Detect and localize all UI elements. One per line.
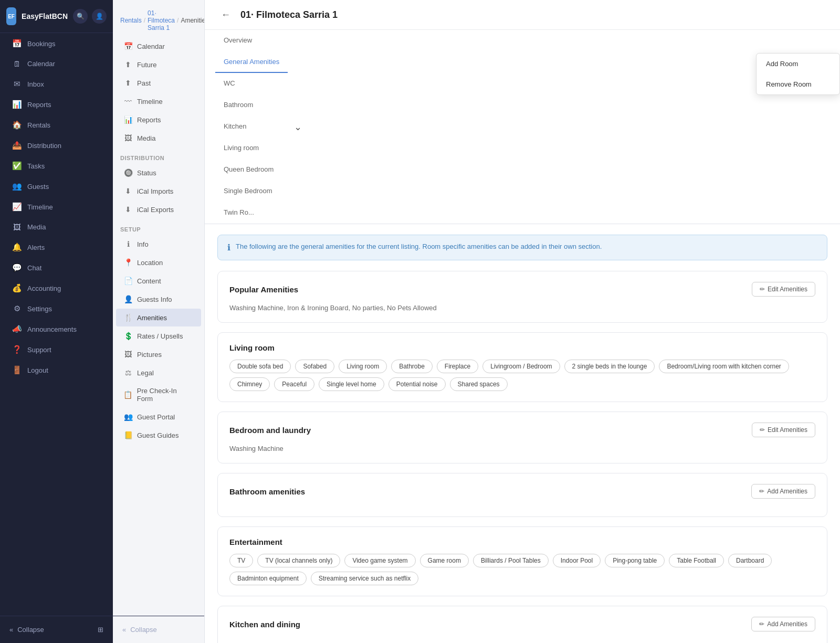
- list-item: Sofabed: [295, 360, 334, 373]
- popular-amenities-title: Popular Amenities: [229, 285, 298, 294]
- tab-overflow-button[interactable]: ⌄: [290, 117, 306, 137]
- tab-living-room[interactable]: Living room: [215, 138, 288, 159]
- sidebar-item-timeline[interactable]: 📈Timeline: [3, 197, 110, 217]
- breadcrumb: Rentals / 01· Filmoteca Sarria 1 / Ameni…: [113, 0, 204, 37]
- alerts-icon: 🔔: [12, 243, 22, 252]
- list-item: Bedroom/Living room with kitchen corner: [659, 360, 789, 373]
- sidebar-item-announcements[interactable]: 📣Announcements: [3, 319, 110, 339]
- popular-edit-button[interactable]: ✏ Edit Amenities: [752, 282, 815, 297]
- sidebar-item-accounting[interactable]: 💰Accounting: [3, 278, 110, 298]
- tab-bathroom[interactable]: Bathroom: [215, 94, 288, 116]
- panel-item-info[interactable]: ℹInfo: [116, 235, 201, 253]
- sidebar-item-calendar[interactable]: 🗓Calendar: [3, 54, 110, 73]
- pre-checkin-panel-icon: 📋: [123, 391, 133, 399]
- rentals-icon: 🏠: [12, 120, 22, 130]
- back-button[interactable]: ←: [217, 6, 234, 23]
- sidebar-item-media[interactable]: 🖼Media: [3, 217, 110, 237]
- media-icon: 🖼: [12, 223, 22, 231]
- timeline-panel-icon: 〰: [123, 97, 133, 106]
- sidebar-item-alerts[interactable]: 🔔Alerts: [3, 237, 110, 257]
- tab-twin-room[interactable]: Twin Ro...: [215, 202, 288, 224]
- entertainment-title: Entertainment: [229, 537, 282, 546]
- list-item: Indoor Pool: [553, 554, 601, 567]
- panel-item-status[interactable]: 🔘Status: [116, 164, 201, 182]
- sidebar-footer: « Collapse ⊞: [0, 616, 113, 643]
- panel-item-future[interactable]: ⬆Future: [116, 56, 201, 73]
- calendar-panel-icon: 📅: [123, 42, 133, 50]
- second-panel-collapse-button[interactable]: « Collapse: [116, 621, 201, 638]
- support-icon: ❓: [12, 345, 22, 354]
- panel-item-media[interactable]: 🖼Media: [116, 129, 201, 147]
- page-title: 01· Filmoteca Sarria 1: [240, 9, 338, 20]
- sidebar-item-rentals[interactable]: 🏠Rentals: [3, 115, 110, 135]
- panel-item-guests-info[interactable]: 👤Guests Info: [116, 290, 201, 308]
- user-avatar[interactable]: 👤: [92, 9, 107, 24]
- tab-wc[interactable]: WC: [215, 73, 288, 94]
- panel-item-legal[interactable]: ⚖Legal: [116, 364, 201, 382]
- tab-dropdown: Add Room Remove Room: [756, 53, 840, 95]
- sidebar-collapse-button[interactable]: « Collapse ⊞: [3, 621, 110, 638]
- sidebar-item-bookings[interactable]: 📅Bookings: [3, 34, 110, 54]
- sidebar-item-logout[interactable]: 🚪Logout: [3, 360, 110, 380]
- sidebar-label-tasks: Tasks: [27, 162, 45, 170]
- sidebar-item-distribution[interactable]: 📤Distribution: [3, 135, 110, 155]
- panel-item-pictures[interactable]: 🖼Pictures: [116, 345, 201, 363]
- panel-item-reports[interactable]: 📊Reports: [116, 111, 201, 129]
- panel-item-content[interactable]: 📄Content: [116, 272, 201, 290]
- panel-item-timeline[interactable]: 〰Timeline: [116, 92, 201, 110]
- pencil-icon: ✏: [760, 286, 765, 293]
- panel-item-amenities[interactable]: 🍴Amenities: [116, 309, 201, 326]
- tab-single-bedroom[interactable]: Single Bedroom: [215, 181, 288, 202]
- search-icon[interactable]: 🔍: [73, 9, 88, 24]
- sidebar-label-rentals: Rentals: [27, 121, 50, 129]
- breadcrumb-rentals[interactable]: Rentals: [120, 17, 142, 24]
- bedroom-laundry-header: Bedroom and laundry ✏ Edit Amenities: [229, 423, 815, 437]
- tab-general-amenities[interactable]: General Amenities: [215, 51, 288, 73]
- panel-item-location[interactable]: 📍Location: [116, 254, 201, 271]
- panel-item-calendar[interactable]: 📅Calendar: [116, 37, 201, 55]
- panel-label-past: Past: [137, 79, 151, 87]
- list-item: Peaceful: [274, 377, 314, 391]
- panel-item-guest-guides[interactable]: 📒Guest Guides: [116, 426, 201, 444]
- second-panel-items: 📅Calendar⬆Future⬆Past〰Timeline📊Reports🖼M…: [113, 37, 204, 445]
- sidebar-item-settings[interactable]: ⚙Settings: [3, 299, 110, 319]
- remove-room-option[interactable]: Remove Room: [757, 74, 839, 94]
- sidebar-item-support[interactable]: ❓Support: [3, 340, 110, 360]
- tab-kitchen[interactable]: Kitchen: [215, 116, 288, 138]
- panel-item-guest-portal[interactable]: 👥Guest Portal: [116, 408, 201, 426]
- add-room-option[interactable]: Add Room: [757, 54, 839, 74]
- sidebar-item-chat[interactable]: 💬Chat: [3, 258, 110, 278]
- collapse-arrows-icon-2: «: [122, 626, 126, 634]
- bathroom-add-button[interactable]: ✏ Add Amenities: [751, 484, 815, 499]
- breadcrumb-property[interactable]: 01· Filmoteca Sarria 1: [148, 9, 175, 31]
- list-item: Streaming service such as netflix: [311, 572, 418, 585]
- bedroom-laundry-edit-button[interactable]: ✏ Edit Amenities: [752, 423, 815, 437]
- list-item: Billiards / Pool Tables: [473, 554, 549, 567]
- tab-queen-bedroom[interactable]: Queen Bedroom: [215, 159, 288, 181]
- tab-overview[interactable]: Overview: [215, 30, 288, 51]
- list-item: Video game system: [344, 554, 415, 567]
- pictures-panel-icon: 🖼: [123, 350, 133, 359]
- panel-item-past[interactable]: ⬆Past: [116, 74, 201, 92]
- guests-info-panel-icon: 👤: [123, 295, 133, 303]
- sidebar-item-guests[interactable]: 👥Guests: [3, 176, 110, 196]
- content-panel-icon: 📄: [123, 277, 133, 285]
- sidebar-label-timeline: Timeline: [27, 203, 53, 211]
- list-item: Shared spaces: [450, 377, 508, 391]
- sidebar-item-inbox[interactable]: ✉Inbox: [3, 74, 110, 94]
- panel-item-ical-exports[interactable]: ⬇iCal Exports: [116, 201, 201, 218]
- panel-item-pre-checkin[interactable]: 📋Pre Check-In Form: [116, 382, 201, 407]
- list-item: Badminton equipment: [229, 572, 307, 585]
- legal-panel-icon: ⚖: [123, 368, 133, 377]
- kitchen-dining-add-button[interactable]: ✏ Add Amenities: [751, 617, 815, 631]
- panel-item-ical-imports[interactable]: ⬇iCal Imports: [116, 182, 201, 200]
- pencil-icon-2: ✏: [760, 426, 765, 434]
- panel-label-status: Status: [137, 169, 156, 177]
- amenities-panel-icon: 🍴: [123, 313, 133, 322]
- panel-item-rates-upsells[interactable]: 💲Rates / Upsells: [116, 327, 201, 345]
- sidebar-label-settings: Settings: [27, 305, 52, 313]
- list-item: Single level home: [319, 377, 384, 391]
- sidebar-item-reports[interactable]: 📊Reports: [3, 94, 110, 114]
- sidebar-label-support: Support: [27, 346, 51, 354]
- sidebar-item-tasks[interactable]: ✅Tasks: [3, 156, 110, 176]
